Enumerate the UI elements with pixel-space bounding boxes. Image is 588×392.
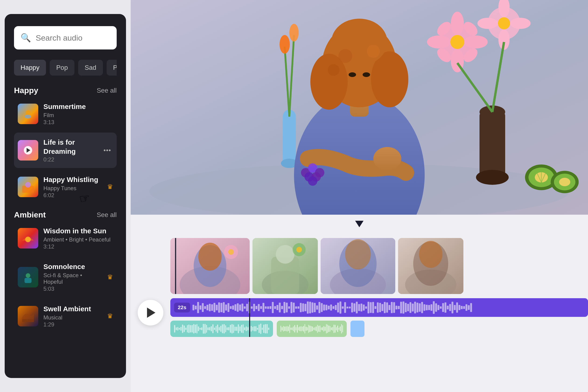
more-options-button[interactable]: ••• [102, 145, 113, 156]
tracks-container: 22s [170, 238, 588, 387]
tag-sad[interactable]: Sad [78, 60, 103, 76]
section-happy-see-all[interactable]: See all [96, 87, 117, 94]
track-name-life-dreaming: Life is for Dreaming [44, 138, 96, 156]
search-bar[interactable]: 🔍 ⊞ [14, 26, 117, 50]
svg-point-34 [328, 64, 340, 76]
track-info-happy-whistling: Happy Whistling Happy Tunes 6:02 [44, 175, 102, 198]
track-genre-wisdom-sun: Ambient • Bright • Peaceful [44, 236, 113, 243]
timeline-content: 22s [131, 233, 588, 392]
playhead-line [249, 298, 250, 337]
track-name-wisdom-sun: Wisdom in the Sun [44, 226, 113, 236]
play-button[interactable] [138, 300, 163, 326]
crown-icon-happy-whistling: ♛ [107, 183, 113, 191]
tag-piano[interactable]: Piano [107, 60, 117, 76]
thumb-bg-purple [18, 140, 38, 160]
track-duration-summertime: 3:13 [44, 119, 113, 126]
duration-badge: 22s [174, 303, 190, 312]
svg-point-54 [498, 17, 510, 30]
track-duration-swell-ambient: 1:29 [44, 321, 102, 328]
timeline-area: 22s [131, 215, 588, 392]
track-genre-somnolence: Sci-fi & Space • Hopeful [44, 272, 102, 285]
track-duration-happy-whistling: 6:02 [44, 192, 102, 198]
svg-point-45 [451, 12, 464, 35]
track-name-summertime: Summertime [44, 102, 113, 111]
waveform-purple [192, 300, 584, 314]
svg-point-78 [228, 249, 234, 255]
audio-track-blue-small[interactable] [350, 320, 364, 337]
tags-row: Happy Pop Sad Piano Jazz Bi› [14, 60, 117, 76]
timeline-header [131, 215, 588, 233]
section-ambient-header: Ambient See all [14, 210, 117, 219]
svg-point-0 [26, 110, 30, 115]
svg-point-72 [559, 178, 570, 186]
video-thumb-2[interactable] [252, 238, 318, 294]
track-wisdom-sun[interactable]: Wisdom in the Sun Ambient • Bright • Pea… [14, 221, 117, 255]
track-genre-happy-whistling: Happy Tunes [44, 185, 102, 192]
secondary-tracks [170, 320, 588, 337]
svg-point-42 [308, 176, 317, 186]
svg-rect-9 [22, 319, 34, 322]
video-thumb-main[interactable] [170, 238, 250, 294]
tag-happy[interactable]: Happy [14, 60, 46, 76]
search-input[interactable] [36, 33, 135, 42]
track-duration-somnolence: 5:03 [44, 286, 102, 292]
left-panel: 🔍 ⊞ Happy Pop Sad Piano Jazz Bi› Happy S… [0, 0, 131, 392]
section-ambient-see-all[interactable]: See all [96, 211, 117, 219]
svg-point-92 [419, 241, 442, 268]
thumb-bg-beach [18, 104, 38, 124]
section-happy-header: Happy See all [14, 86, 117, 95]
track-thumb-wisdom-sun [18, 228, 38, 248]
track-info-wisdom-sun: Wisdom in the Sun Ambient • Bright • Pea… [44, 226, 113, 250]
svg-point-48 [464, 36, 488, 48]
video-thumbs-row [170, 238, 588, 294]
tag-pop[interactable]: Pop [50, 60, 74, 76]
track-thumb-swell-ambient [18, 306, 38, 326]
track-info-swell-ambient: Swell Ambient Musical 1:29 [44, 304, 102, 328]
audio-track-green[interactable] [277, 320, 347, 337]
video-thumb-3[interactable] [320, 238, 395, 294]
thumb-bg-dark [18, 267, 38, 288]
track-info-life-dreaming: Life is for Dreaming 0:22 [44, 138, 96, 163]
track-life-dreaming[interactable]: Life is for Dreaming 0:22 ••• [14, 132, 117, 168]
preview-image [131, 0, 588, 215]
svg-point-57 [478, 18, 498, 29]
svg-point-44 [450, 35, 464, 49]
track-somnolence[interactable]: Somnolence Sci-fi & Space • Hopeful 5:03… [14, 257, 117, 297]
svg-point-36 [362, 72, 370, 77]
right-panel: 22s [131, 0, 588, 392]
track-genre-summertime: Film [44, 112, 113, 118]
svg-point-82 [276, 245, 294, 264]
section-happy-title: Happy [14, 86, 38, 95]
svg-point-5 [25, 236, 31, 242]
track-happy-whistling[interactable]: Happy Whistling Happy Tunes 6:02 ♛ [14, 170, 117, 204]
crown-icon-swell-ambient: ♛ [107, 312, 113, 320]
section-ambient-title: Ambient [14, 210, 46, 219]
thumb-bg-desert [18, 306, 38, 326]
svg-rect-7 [24, 278, 32, 283]
playhead-marker [355, 221, 364, 227]
track-genre-swell-ambient: Musical [44, 314, 102, 321]
svg-point-58 [510, 18, 530, 29]
thumb-bg-beach2 [18, 177, 38, 197]
track-info-summertime: Summertime Film 3:13 [44, 102, 113, 126]
track-thumb-summertime [18, 104, 38, 124]
video-preview [131, 0, 588, 215]
svg-point-35 [348, 72, 356, 77]
video-thumb-4[interactable] [398, 238, 464, 294]
svg-point-84 [296, 247, 302, 252]
svg-point-76 [198, 243, 222, 271]
svg-point-1 [25, 115, 31, 118]
audio-track-teal[interactable] [170, 320, 273, 337]
track-swell-ambient[interactable]: Swell Ambient Musical 1:29 ♛ [14, 299, 117, 333]
audio-track-purple[interactable]: 22s [170, 298, 588, 317]
svg-point-3 [25, 182, 31, 188]
svg-point-17 [280, 35, 290, 54]
track-duration-life-dreaming: 0:22 [44, 156, 96, 163]
play-btn-small[interactable] [24, 146, 32, 154]
svg-rect-13 [283, 117, 296, 163]
search-icon: 🔍 [20, 33, 31, 43]
track-thumb-happy-whistling [18, 177, 38, 197]
svg-point-47 [427, 36, 450, 48]
track-summertime[interactable]: Summertime Film 3:13 [14, 97, 117, 131]
track-name-somnolence: Somnolence [44, 262, 102, 271]
